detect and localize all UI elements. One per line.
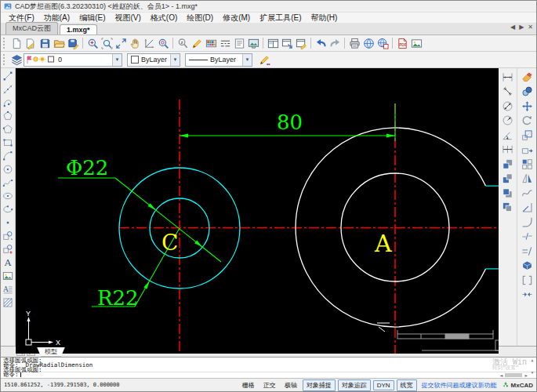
- open-edit-button[interactable]: [24, 36, 38, 50]
- redo-button[interactable]: [328, 36, 342, 50]
- xline-button[interactable]: [1, 82, 14, 96]
- polygon-2-button[interactable]: [1, 122, 14, 136]
- draworder-above-button[interactable]: [500, 186, 514, 200]
- rectangle-button[interactable]: [1, 136, 14, 149]
- dim-linear-button[interactable]: [500, 70, 514, 84]
- globe-button[interactable]: [361, 36, 376, 50]
- open-folder-button[interactable]: [52, 36, 66, 50]
- move-button[interactable]: [520, 99, 534, 113]
- mirror-button[interactable]: [520, 172, 534, 186]
- dim-aligned-button[interactable]: [500, 85, 514, 99]
- window-arrow-button[interactable]: [280, 36, 294, 50]
- draworder-below-button[interactable]: [500, 201, 514, 215]
- zoom-extents-button[interactable]: [114, 36, 128, 50]
- toggle-对象捕捉[interactable]: 对象捕捉: [303, 379, 336, 391]
- dim-diameter-button[interactable]: [500, 99, 514, 113]
- window-tile-button[interactable]: [266, 36, 280, 50]
- color-dropdown-arrow[interactable]: ▼: [170, 54, 180, 66]
- array-button[interactable]: [520, 157, 534, 171]
- document-tab-0[interactable]: MxCAD云图: [5, 22, 58, 34]
- linetype-select[interactable]: ByLayer ▼: [185, 53, 252, 67]
- toggle-DYN[interactable]: DYN: [373, 380, 394, 390]
- new-file-button[interactable]: [9, 36, 24, 50]
- polygon-button[interactable]: [1, 109, 14, 122]
- toggle-极轴[interactable]: 极轴: [281, 380, 300, 390]
- menu-item-6[interactable]: 修改(M): [218, 13, 255, 24]
- clip-button[interactable]: [520, 273, 534, 287]
- menu-item-8[interactable]: 帮助(H): [307, 13, 343, 24]
- menu-item-7[interactable]: 扩展工具(E): [255, 13, 306, 24]
- label-a[interactable]: A: [374, 230, 392, 257]
- text-button[interactable]: A: [1, 256, 14, 269]
- linetype-button[interactable]: [218, 36, 232, 50]
- axes-button[interactable]: [142, 36, 156, 50]
- palette-button[interactable]: [204, 36, 218, 50]
- globe-page-button[interactable]: [376, 36, 390, 50]
- feedback-link[interactable]: 提交软件问题或建议新功能: [422, 381, 497, 390]
- point-button[interactable]: [1, 216, 14, 229]
- command-vertical-scrollbar[interactable]: ▲▼: [529, 358, 535, 376]
- polyline-button[interactable]: [1, 96, 14, 109]
- draworder-back-button[interactable]: [500, 172, 514, 186]
- zoom-in-button[interactable]: [85, 36, 100, 50]
- menu-item-2[interactable]: 编辑(E): [74, 13, 110, 24]
- zoom-window-button[interactable]: [100, 36, 114, 50]
- command-horizontal-scrollbar[interactable]: ◄►: [500, 372, 528, 378]
- tab-scroll-right-button[interactable]: ▶: [519, 24, 524, 31]
- break-button[interactable]: [520, 230, 534, 244]
- line-button[interactable]: [1, 69, 14, 82]
- menu-item-4[interactable]: 格式(O): [146, 13, 182, 24]
- find-button[interactable]: z: [176, 36, 190, 50]
- dim-angular-button[interactable]: [500, 128, 514, 142]
- ellipse-button[interactable]: [1, 189, 14, 202]
- dim-continue-button[interactable]: [500, 143, 514, 157]
- linetype-dropdown-arrow[interactable]: ▼: [242, 54, 252, 66]
- draw-properties-button[interactable]: [257, 53, 271, 67]
- zoom-circle-button[interactable]: [156, 36, 170, 50]
- dim-phi22-text[interactable]: Φ22: [66, 156, 108, 180]
- join-button[interactable]: [520, 288, 534, 302]
- window-edit-button[interactable]: [294, 36, 308, 50]
- spline-edit-button[interactable]: [520, 186, 534, 200]
- text-page-button[interactable]: [232, 36, 246, 50]
- undo-button[interactable]: [314, 36, 328, 50]
- monitor-button[interactable]: [246, 36, 260, 50]
- ellipse-arc-button[interactable]: [1, 202, 14, 216]
- fillet-button[interactable]: [520, 215, 534, 229]
- menu-item-3[interactable]: 视图(V): [110, 13, 145, 24]
- create-block-button[interactable]: [1, 242, 14, 256]
- layers-button[interactable]: [9, 53, 24, 67]
- pdf-export-button[interactable]: PDF: [395, 36, 409, 50]
- command-prompt[interactable]: 命令:: [3, 372, 536, 377]
- image-export-button[interactable]: [409, 36, 423, 50]
- toggle-对象追踪[interactable]: 对象追踪: [338, 379, 371, 391]
- divide-button[interactable]: [520, 244, 534, 258]
- layer-dropdown-arrow[interactable]: ▼: [112, 54, 122, 66]
- extend-button[interactable]: [520, 201, 534, 215]
- menu-item-5[interactable]: 绘图(D): [182, 13, 218, 24]
- dim-80-text[interactable]: 80: [277, 111, 303, 134]
- tab-close-button[interactable]: ✕: [528, 24, 533, 31]
- drawing-canvas[interactable]: 80Φ22R22CA Y X: [16, 68, 499, 354]
- circle-button[interactable]: [1, 162, 14, 176]
- dim-r22-text[interactable]: R22: [97, 286, 139, 310]
- label-c[interactable]: C: [161, 230, 178, 256]
- dim-radius-button[interactable]: [500, 114, 514, 128]
- document-tab-1[interactable]: 1.mxg*: [60, 24, 97, 34]
- rotate-button[interactable]: [520, 114, 534, 128]
- insert-block-button[interactable]: [1, 229, 14, 242]
- stretch-button[interactable]: [520, 143, 534, 157]
- toggle-栅格[interactable]: 栅格: [239, 380, 258, 390]
- drawing-canvas-container[interactable]: 80Φ22R22CA Y X: [16, 68, 497, 346]
- layer-select[interactable]: 0 ▼: [24, 53, 122, 67]
- save-as-button[interactable]: [66, 36, 80, 50]
- draworder-front-button[interactable]: [500, 157, 514, 171]
- toggle-线宽[interactable]: 线宽: [397, 379, 417, 391]
- print-button[interactable]: [347, 36, 361, 50]
- hatch-button[interactable]: [1, 296, 14, 309]
- copy-button[interactable]: [520, 85, 534, 99]
- erase-button[interactable]: [520, 70, 534, 84]
- command-window[interactable]: 选择圆弧或圆:命令: _DrawRadialDimension选择圆弧或圆:命令…: [1, 357, 536, 378]
- explode-button[interactable]: [520, 259, 534, 273]
- mtext-button[interactable]: A: [1, 282, 14, 296]
